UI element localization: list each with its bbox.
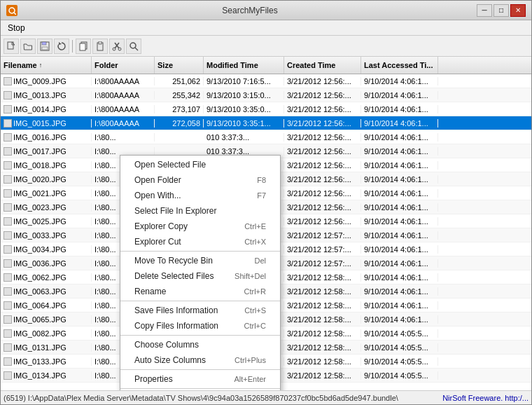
column-headers: Filename ↑ Folder Size Modified Time Cre… — [1, 57, 531, 74]
status-text: (6519) I:\AppData\Plex Media Server\Meta… — [4, 394, 398, 402]
col-header-lastaccess[interactable]: Last Accessed Ti... — [361, 57, 438, 74]
maximize-button[interactable]: □ — [493, 4, 509, 17]
table-row[interactable]: IMG_0014.JPG I:\800AAAAA 273,107 9/13/20… — [1, 102, 531, 116]
context-menu-item[interactable]: Select File In Explorer — [120, 203, 280, 219]
file-icon — [4, 287, 12, 296]
cell-lastaccess: 9/10/2014 4:06:1... — [361, 175, 438, 184]
toolbar-refresh[interactable] — [54, 39, 69, 54]
cell-folder: I:\80... — [92, 147, 155, 156]
context-menu-item[interactable]: Auto Size ColumnsCtrl+Plus — [120, 352, 280, 368]
cell-filename: IMG_0082.JPG — [1, 329, 92, 338]
menu-stop[interactable]: Stop — [4, 22, 29, 34]
file-icon — [4, 189, 12, 198]
context-menu-item[interactable]: Copy Files InformationCtrl+C — [120, 318, 280, 334]
cell-filename: IMG_0018.JPG — [1, 161, 92, 170]
svg-rect-10 — [99, 41, 102, 44]
file-icon — [4, 357, 12, 366]
file-icon — [4, 217, 12, 226]
cell-created: 3/21/2012 12:58:... — [284, 357, 361, 366]
cell-lastaccess: 9/10/2014 4:05:5... — [361, 343, 438, 352]
context-menu-separator — [120, 388, 280, 389]
status-nirsoft: NirSoft Freeware. http:/... — [442, 394, 528, 402]
file-list-container: Filename ↑ Folder Size Modified Time Cre… — [1, 57, 531, 390]
cell-filename: IMG_0131.JPG — [1, 343, 92, 352]
context-menu-item[interactable]: Explorer CopyCtrl+E — [120, 219, 280, 234]
svg-rect-6 — [42, 47, 48, 50]
cell-lastaccess: 9/10/2014 4:06:1... — [361, 301, 438, 310]
cell-folder: I:\800AAAAA — [92, 77, 155, 85]
context-menu-item[interactable]: PropertiesAlt+Enter — [120, 371, 280, 387]
menu-bar: Stop — [1, 20, 531, 36]
context-menu-item[interactable]: Move To Recycle BinDel — [120, 253, 280, 268]
context-menu-item[interactable]: Open FolderF8 — [120, 172, 280, 188]
close-button[interactable]: ✕ — [510, 4, 526, 17]
cell-created: 3/21/2012 12:56:... — [284, 119, 361, 128]
toolbar-search[interactable] — [126, 39, 141, 54]
toolbar-cut[interactable] — [109, 39, 125, 54]
context-menu-item[interactable]: RenameCtrl+R — [120, 284, 280, 299]
cell-lastaccess: 9/10/2014 4:06:1... — [361, 189, 438, 198]
file-icon — [4, 371, 12, 380]
toolbar-open[interactable] — [20, 39, 36, 54]
cell-filename: IMG_0016.JPG — [1, 133, 92, 142]
cell-filename: IMG_0062.JPG — [1, 273, 92, 282]
cell-filename: IMG_0065.JPG — [1, 315, 92, 324]
table-row[interactable]: IMG_0016.JPG I:\80... 010 3:37:3... 3/21… — [1, 130, 531, 144]
file-icon — [4, 203, 12, 212]
svg-point-0 — [9, 8, 15, 13]
svg-point-14 — [118, 48, 121, 50]
cell-lastaccess: 9/10/2014 4:06:1... — [361, 259, 438, 268]
cell-filename: IMG_0025.JPG — [1, 217, 92, 226]
cell-size: 255,342 — [155, 91, 204, 99]
table-row[interactable]: IMG_0009.JPG I:\800AAAAA 251,062 9/13/20… — [1, 74, 531, 88]
table-row[interactable]: IMG_0013.JPG I:\800AAAAA 255,342 9/13/20… — [1, 88, 531, 102]
cell-lastaccess: 9/10/2014 4:06:1... — [361, 273, 438, 282]
cell-folder: I:\800AAAAA — [92, 91, 155, 99]
cell-lastaccess: 9/10/2014 4:06:1... — [361, 91, 438, 99]
context-menu-item[interactable]: Explorer CutCtrl+X — [120, 234, 280, 249]
toolbar-new[interactable] — [4, 39, 19, 54]
cell-filename: IMG_0134.JPG — [1, 371, 92, 380]
context-menu-item[interactable]: Open Selected File — [120, 157, 280, 172]
context-menu-item[interactable]: Delete Selected FilesShift+Del — [120, 268, 280, 284]
col-header-folder[interactable]: Folder — [92, 57, 155, 74]
cell-lastaccess: 9/10/2014 4:06:1... — [361, 203, 438, 212]
cell-folder: I:\80... — [92, 133, 155, 142]
cell-created: 3/21/2012 12:56:... — [284, 105, 361, 114]
file-icon — [4, 315, 12, 324]
context-menu-item[interactable]: Save Files InformationCtrl+S — [120, 303, 280, 318]
cell-created: 3/21/2012 12:56:... — [284, 175, 361, 184]
toolbar-save[interactable] — [37, 39, 52, 54]
cell-lastaccess: 9/10/2014 4:05:5... — [361, 329, 438, 338]
cell-lastaccess: 9/10/2014 4:06:1... — [361, 133, 438, 142]
cell-size: 273,107 — [155, 105, 204, 114]
minimize-button[interactable]: ─ — [477, 4, 492, 17]
svg-rect-8 — [80, 43, 85, 50]
cell-size: 272,058 — [155, 119, 204, 128]
cell-created: 3/21/2012 12:58:... — [284, 273, 361, 282]
cell-modified: 9/13/2010 7:16:5... — [204, 77, 284, 85]
col-header-modified[interactable]: Modified Time — [204, 57, 284, 74]
cell-lastaccess: 9/10/2014 4:06:1... — [361, 147, 438, 156]
title-bar: SearchMyFiles ─ □ ✕ — [1, 1, 531, 20]
context-menu-item[interactable]: Open With...F7 — [120, 188, 280, 203]
context-menu-item[interactable]: Choose Columns — [120, 337, 280, 352]
col-header-size[interactable]: Size — [155, 57, 204, 74]
file-icon — [4, 329, 12, 338]
cell-lastaccess: 9/10/2014 4:06:1... — [361, 105, 438, 114]
col-header-filename[interactable]: Filename ↑ — [1, 57, 92, 74]
col-header-created[interactable]: Created Time — [284, 57, 361, 74]
file-icon — [4, 77, 12, 85]
cell-filename: IMG_0034.JPG — [1, 245, 92, 254]
file-icon — [4, 273, 12, 282]
cell-filename: IMG_0036.JPG — [1, 259, 92, 268]
cell-filename: IMG_0015.JPG — [1, 119, 92, 128]
file-icon — [4, 175, 12, 184]
table-row[interactable]: IMG_0015.JPG I:\800AAAAA 272,058 9/13/20… — [1, 116, 531, 130]
toolbar-paste[interactable] — [92, 39, 108, 54]
file-icon — [4, 245, 12, 254]
toolbar-copy[interactable] — [76, 39, 91, 54]
file-icon — [4, 259, 12, 268]
context-menu-separator — [120, 301, 280, 301]
file-icon — [4, 91, 12, 99]
